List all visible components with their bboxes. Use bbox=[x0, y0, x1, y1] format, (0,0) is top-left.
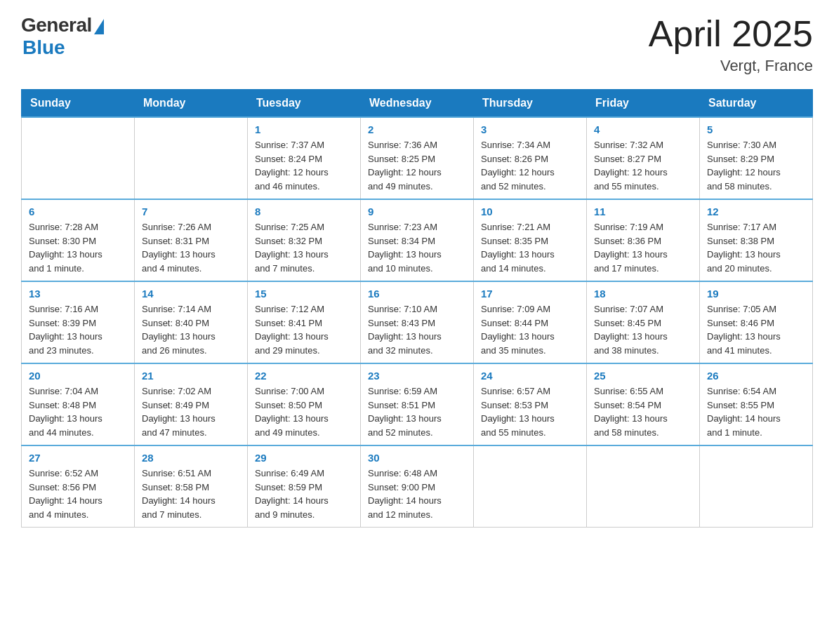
day-info: Sunrise: 7:16 AMSunset: 8:39 PMDaylight:… bbox=[29, 302, 127, 357]
day-number: 12 bbox=[707, 206, 805, 217]
day-header-wednesday: Wednesday bbox=[361, 90, 474, 118]
calendar-cell: 15Sunrise: 7:12 AMSunset: 8:41 PMDayligh… bbox=[248, 281, 361, 363]
calendar-cell: 24Sunrise: 6:57 AMSunset: 8:53 PMDayligh… bbox=[474, 363, 587, 445]
calendar-cell: 26Sunrise: 6:54 AMSunset: 8:55 PMDayligh… bbox=[700, 363, 813, 445]
day-info: Sunrise: 7:05 AMSunset: 8:46 PMDaylight:… bbox=[707, 302, 805, 357]
day-number: 11 bbox=[594, 206, 692, 217]
calendar-cell: 13Sunrise: 7:16 AMSunset: 8:39 PMDayligh… bbox=[22, 281, 135, 363]
calendar-cell: 19Sunrise: 7:05 AMSunset: 8:46 PMDayligh… bbox=[700, 281, 813, 363]
day-info: Sunrise: 7:26 AMSunset: 8:31 PMDaylight:… bbox=[142, 220, 240, 275]
logo-blue-text: Blue bbox=[22, 36, 65, 59]
day-number: 27 bbox=[29, 452, 127, 464]
day-info: Sunrise: 7:34 AMSunset: 8:26 PMDaylight:… bbox=[481, 138, 579, 193]
day-info: Sunrise: 6:57 AMSunset: 8:53 PMDaylight:… bbox=[481, 384, 579, 439]
calendar-cell: 28Sunrise: 6:51 AMSunset: 8:58 PMDayligh… bbox=[135, 445, 248, 528]
day-number: 19 bbox=[707, 288, 805, 300]
day-info: Sunrise: 7:00 AMSunset: 8:50 PMDaylight:… bbox=[255, 384, 353, 439]
day-number: 3 bbox=[481, 123, 579, 135]
location: Vergt, France bbox=[649, 57, 813, 75]
day-number: 9 bbox=[368, 206, 466, 217]
calendar-cell: 23Sunrise: 6:59 AMSunset: 8:51 PMDayligh… bbox=[361, 363, 474, 445]
calendar-cell: 30Sunrise: 6:48 AMSunset: 9:00 PMDayligh… bbox=[361, 445, 474, 528]
day-number: 8 bbox=[255, 206, 353, 217]
calendar-cell: 20Sunrise: 7:04 AMSunset: 8:48 PMDayligh… bbox=[22, 363, 135, 445]
calendar-header: SundayMondayTuesdayWednesdayThursdayFrid… bbox=[22, 90, 813, 118]
calendar-cell: 25Sunrise: 6:55 AMSunset: 8:54 PMDayligh… bbox=[587, 363, 700, 445]
day-info: Sunrise: 7:04 AMSunset: 8:48 PMDaylight:… bbox=[29, 384, 127, 439]
day-info: Sunrise: 7:09 AMSunset: 8:44 PMDaylight:… bbox=[481, 302, 579, 357]
calendar-cell: 4Sunrise: 7:32 AMSunset: 8:27 PMDaylight… bbox=[587, 117, 700, 199]
calendar-cell: 29Sunrise: 6:49 AMSunset: 8:59 PMDayligh… bbox=[248, 445, 361, 528]
day-header-saturday: Saturday bbox=[700, 90, 813, 118]
day-info: Sunrise: 7:30 AMSunset: 8:29 PMDaylight:… bbox=[707, 138, 805, 193]
day-number: 21 bbox=[142, 370, 240, 382]
day-header-tuesday: Tuesday bbox=[248, 90, 361, 118]
calendar-cell: 22Sunrise: 7:00 AMSunset: 8:50 PMDayligh… bbox=[248, 363, 361, 445]
day-header-friday: Friday bbox=[587, 90, 700, 118]
day-info: Sunrise: 7:14 AMSunset: 8:40 PMDaylight:… bbox=[142, 302, 240, 357]
day-number: 10 bbox=[481, 206, 579, 217]
calendar-cell: 18Sunrise: 7:07 AMSunset: 8:45 PMDayligh… bbox=[587, 281, 700, 363]
day-number: 6 bbox=[29, 206, 127, 217]
day-number: 20 bbox=[29, 370, 127, 382]
day-info: Sunrise: 7:32 AMSunset: 8:27 PMDaylight:… bbox=[594, 138, 692, 193]
calendar-cell: 27Sunrise: 6:52 AMSunset: 8:56 PMDayligh… bbox=[22, 445, 135, 528]
calendar-cell bbox=[700, 445, 813, 528]
day-number: 13 bbox=[29, 288, 127, 300]
calendar-cell: 21Sunrise: 7:02 AMSunset: 8:49 PMDayligh… bbox=[135, 363, 248, 445]
calendar-cell: 14Sunrise: 7:14 AMSunset: 8:40 PMDayligh… bbox=[135, 281, 248, 363]
calendar-cell: 8Sunrise: 7:25 AMSunset: 8:32 PMDaylight… bbox=[248, 199, 361, 281]
calendar-cell: 2Sunrise: 7:36 AMSunset: 8:25 PMDaylight… bbox=[361, 117, 474, 199]
day-number: 23 bbox=[368, 370, 466, 382]
day-info: Sunrise: 7:12 AMSunset: 8:41 PMDaylight:… bbox=[255, 302, 353, 357]
day-info: Sunrise: 7:37 AMSunset: 8:24 PMDaylight:… bbox=[255, 138, 353, 193]
calendar-cell: 7Sunrise: 7:26 AMSunset: 8:31 PMDaylight… bbox=[135, 199, 248, 281]
calendar-cell bbox=[474, 445, 587, 528]
calendar-week-3: 13Sunrise: 7:16 AMSunset: 8:39 PMDayligh… bbox=[22, 281, 813, 363]
title-block: April 2025 Vergt, France bbox=[649, 14, 813, 75]
day-info: Sunrise: 7:19 AMSunset: 8:36 PMDaylight:… bbox=[594, 220, 692, 275]
day-info: Sunrise: 6:49 AMSunset: 8:59 PMDaylight:… bbox=[255, 467, 353, 521]
day-info: Sunrise: 6:52 AMSunset: 8:56 PMDaylight:… bbox=[29, 467, 127, 521]
calendar-cell: 3Sunrise: 7:34 AMSunset: 8:26 PMDaylight… bbox=[474, 117, 587, 199]
day-number: 7 bbox=[142, 206, 240, 217]
day-number: 28 bbox=[142, 452, 240, 464]
day-info: Sunrise: 7:28 AMSunset: 8:30 PMDaylight:… bbox=[29, 220, 127, 275]
day-number: 17 bbox=[481, 288, 579, 300]
day-info: Sunrise: 7:21 AMSunset: 8:35 PMDaylight:… bbox=[481, 220, 579, 275]
day-info: Sunrise: 6:59 AMSunset: 8:51 PMDaylight:… bbox=[368, 384, 466, 439]
page-header: General Blue April 2025 Vergt, France bbox=[21, 14, 813, 75]
day-number: 5 bbox=[707, 123, 805, 135]
calendar-cell bbox=[22, 117, 135, 199]
calendar-table: SundayMondayTuesdayWednesdayThursdayFrid… bbox=[21, 89, 813, 528]
day-info: Sunrise: 7:10 AMSunset: 8:43 PMDaylight:… bbox=[368, 302, 466, 357]
day-number: 16 bbox=[368, 288, 466, 300]
day-info: Sunrise: 7:23 AMSunset: 8:34 PMDaylight:… bbox=[368, 220, 466, 275]
day-number: 4 bbox=[594, 123, 692, 135]
calendar-cell: 17Sunrise: 7:09 AMSunset: 8:44 PMDayligh… bbox=[474, 281, 587, 363]
calendar-body: 1Sunrise: 7:37 AMSunset: 8:24 PMDaylight… bbox=[22, 117, 813, 528]
day-info: Sunrise: 6:54 AMSunset: 8:55 PMDaylight:… bbox=[707, 384, 805, 439]
calendar-week-1: 1Sunrise: 7:37 AMSunset: 8:24 PMDaylight… bbox=[22, 117, 813, 199]
day-number: 25 bbox=[594, 370, 692, 382]
day-number: 30 bbox=[368, 452, 466, 464]
day-info: Sunrise: 6:55 AMSunset: 8:54 PMDaylight:… bbox=[594, 384, 692, 439]
logo: General Blue bbox=[21, 14, 104, 59]
day-number: 26 bbox=[707, 370, 805, 382]
calendar-cell: 1Sunrise: 7:37 AMSunset: 8:24 PMDaylight… bbox=[248, 117, 361, 199]
day-header-sunday: Sunday bbox=[22, 90, 135, 118]
day-number: 29 bbox=[255, 452, 353, 464]
day-info: Sunrise: 7:36 AMSunset: 8:25 PMDaylight:… bbox=[368, 138, 466, 193]
calendar-cell: 11Sunrise: 7:19 AMSunset: 8:36 PMDayligh… bbox=[587, 199, 700, 281]
day-number: 1 bbox=[255, 123, 353, 135]
calendar-cell: 9Sunrise: 7:23 AMSunset: 8:34 PMDaylight… bbox=[361, 199, 474, 281]
calendar-cell: 5Sunrise: 7:30 AMSunset: 8:29 PMDaylight… bbox=[700, 117, 813, 199]
day-info: Sunrise: 7:25 AMSunset: 8:32 PMDaylight:… bbox=[255, 220, 353, 275]
day-info: Sunrise: 7:07 AMSunset: 8:45 PMDaylight:… bbox=[594, 302, 692, 357]
calendar-cell: 16Sunrise: 7:10 AMSunset: 8:43 PMDayligh… bbox=[361, 281, 474, 363]
calendar-cell: 12Sunrise: 7:17 AMSunset: 8:38 PMDayligh… bbox=[700, 199, 813, 281]
calendar-week-2: 6Sunrise: 7:28 AMSunset: 8:30 PMDaylight… bbox=[22, 199, 813, 281]
calendar-cell bbox=[135, 117, 248, 199]
month-title: April 2025 bbox=[649, 14, 813, 54]
day-number: 22 bbox=[255, 370, 353, 382]
